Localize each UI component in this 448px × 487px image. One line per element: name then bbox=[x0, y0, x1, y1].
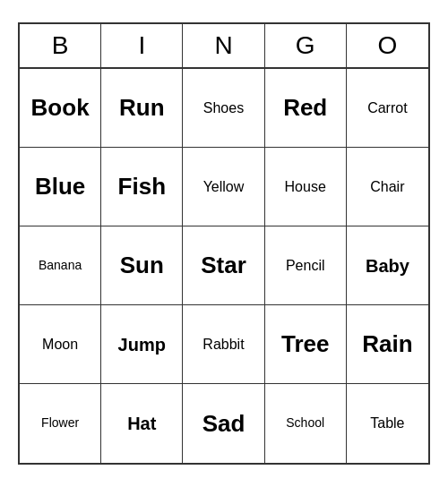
cell-r1-c4: Chair bbox=[347, 148, 428, 226]
cell-r4-c0: Flower bbox=[20, 384, 101, 463]
cell-text: Banana bbox=[39, 259, 82, 272]
cell-text: Table bbox=[370, 415, 404, 431]
header-letter: G bbox=[265, 24, 347, 67]
cell-text: Flower bbox=[41, 416, 79, 430]
cell-text: Rain bbox=[362, 331, 412, 357]
header-letter: O bbox=[347, 24, 428, 67]
cell-r0-c4: Carrot bbox=[347, 69, 428, 148]
cell-r2-c0: Banana bbox=[20, 226, 101, 305]
cell-text: Pencil bbox=[286, 258, 325, 274]
cell-text: Star bbox=[201, 252, 246, 278]
cell-r1-c1: Fish bbox=[101, 148, 183, 226]
cell-text: Fish bbox=[118, 174, 166, 200]
cell-text: Moon bbox=[42, 337, 78, 353]
cell-r2-c3: Pencil bbox=[265, 226, 347, 305]
cell-r4-c3: School bbox=[265, 384, 347, 463]
cell-r4-c2: Sad bbox=[183, 384, 264, 463]
header-letter: B bbox=[20, 24, 101, 67]
cell-text: Red bbox=[283, 95, 327, 121]
cell-r0-c0: Book bbox=[20, 69, 101, 148]
cell-r1-c3: House bbox=[265, 148, 347, 226]
bingo-card: BINGO BookRunShoesRedCarrotBlueFishYello… bbox=[18, 22, 430, 465]
cell-r0-c1: Run bbox=[101, 69, 183, 148]
cell-text: Yellow bbox=[203, 179, 245, 195]
cell-text: Jump bbox=[118, 335, 166, 355]
cell-text: Shoes bbox=[203, 100, 244, 116]
cell-r1-c0: Blue bbox=[20, 148, 101, 226]
cell-text: Sun bbox=[120, 252, 164, 278]
cell-text: Hat bbox=[127, 414, 156, 433]
cell-r4-c1: Hat bbox=[101, 384, 183, 463]
cell-text: Sad bbox=[202, 411, 246, 437]
cell-r3-c0: Moon bbox=[20, 305, 101, 384]
cell-text: Run bbox=[119, 95, 165, 121]
cell-r2-c1: Sun bbox=[101, 226, 183, 305]
cell-text: Chair bbox=[370, 179, 404, 195]
bingo-header: BINGO bbox=[20, 24, 428, 69]
cell-text: Book bbox=[31, 95, 90, 121]
cell-text: Carrot bbox=[367, 100, 407, 116]
cell-text: School bbox=[286, 416, 324, 430]
cell-r0-c3: Red bbox=[265, 69, 347, 148]
cell-text: Rabbit bbox=[202, 337, 244, 353]
cell-text: Blue bbox=[35, 174, 85, 200]
cell-text: Tree bbox=[281, 331, 330, 357]
header-letter: N bbox=[183, 24, 264, 67]
cell-r2-c4: Baby bbox=[347, 226, 428, 305]
cell-r2-c2: Star bbox=[183, 226, 264, 305]
cell-text: Baby bbox=[366, 256, 409, 276]
cell-text: House bbox=[285, 179, 326, 195]
cell-r0-c2: Shoes bbox=[183, 69, 264, 148]
bingo-grid: BookRunShoesRedCarrotBlueFishYellowHouse… bbox=[20, 69, 428, 463]
cell-r1-c2: Yellow bbox=[183, 148, 264, 226]
cell-r3-c4: Rain bbox=[347, 305, 428, 384]
header-letter: I bbox=[101, 24, 183, 67]
cell-r3-c2: Rabbit bbox=[183, 305, 264, 384]
cell-r3-c1: Jump bbox=[101, 305, 183, 384]
cell-r4-c4: Table bbox=[347, 384, 428, 463]
cell-r3-c3: Tree bbox=[265, 305, 347, 384]
